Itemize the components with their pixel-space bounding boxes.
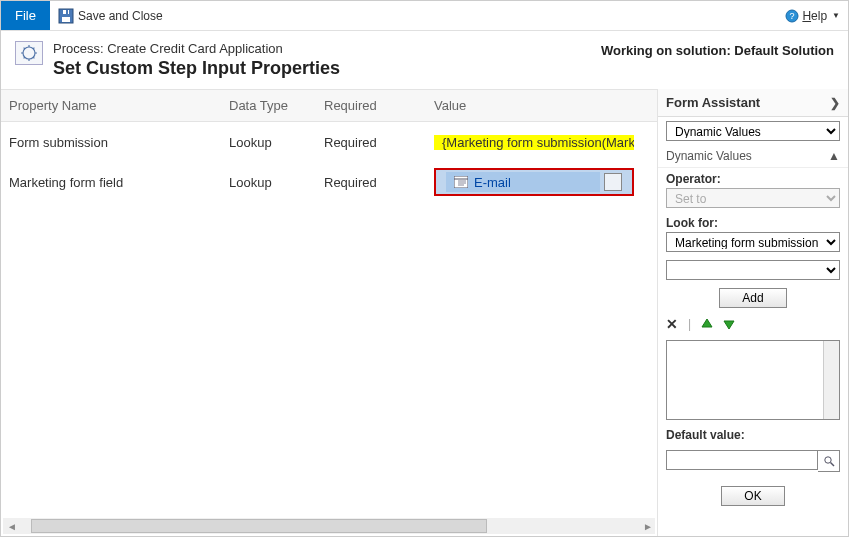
form-assistant-header[interactable]: Form Assistant ❯ <box>658 89 848 117</box>
page-title: Set Custom Step Input Properties <box>53 58 340 79</box>
svg-rect-7 <box>454 176 468 188</box>
svg-line-15 <box>830 463 834 467</box>
help-link[interactable]: ? Help ▼ <box>785 9 840 23</box>
svg-rect-1 <box>62 17 70 22</box>
col-property-name: Property Name <box>1 98 221 113</box>
scroll-right-icon[interactable]: ► <box>643 521 653 532</box>
file-tab[interactable]: File <box>1 1 50 30</box>
dynamic-values-list[interactable] <box>666 340 840 420</box>
prop-name: Form submission <box>1 135 221 150</box>
lookfor-attribute-select[interactable] <box>666 260 840 280</box>
help-dropdown-icon: ▼ <box>832 11 840 20</box>
search-icon <box>823 455 835 467</box>
process-label: Process: Create Credit Card Application <box>53 41 340 56</box>
svg-point-14 <box>824 457 830 463</box>
save-close-label: Save and Close <box>78 9 163 23</box>
operator-label: Operator: <box>666 172 840 186</box>
lookfor-entity-select[interactable]: Marketing form submission <box>666 232 840 252</box>
scroll-thumb[interactable] <box>31 519 487 533</box>
dynamic-values-section[interactable]: Dynamic Values ▲ <box>658 145 848 168</box>
default-value-lookup-button[interactable] <box>818 450 840 472</box>
vertical-scrollbar[interactable] <box>823 341 839 419</box>
chevron-right-icon: ❯ <box>830 96 840 110</box>
col-required: Required <box>316 98 426 113</box>
prop-required: Required <box>316 175 426 190</box>
lookup-link[interactable]: E-mail <box>474 175 511 190</box>
table-row: Marketing form field Lookup Required E-m… <box>1 162 657 202</box>
prop-type: Lookup <box>221 175 316 190</box>
scroll-left-icon[interactable]: ◄ <box>7 521 17 532</box>
default-value-input[interactable] <box>666 450 818 470</box>
operator-select: Set to <box>666 188 840 208</box>
table-row: Form submission Lookup Required {Marketi… <box>1 122 657 162</box>
move-down-icon[interactable] <box>723 318 735 330</box>
col-value: Value <box>426 98 657 113</box>
value-marketing-form-field[interactable]: E-mail <box>434 168 634 196</box>
prop-required: Required <box>316 135 426 150</box>
remove-icon[interactable]: ✕ <box>666 316 678 332</box>
table-header: Property Name Data Type Required Value <box>1 90 657 122</box>
section-title: Dynamic Values <box>666 149 752 163</box>
prop-name: Marketing form field <box>1 175 221 190</box>
value-form-submission[interactable]: {Marketing form submission(Mark <box>434 135 634 150</box>
svg-rect-3 <box>66 10 68 14</box>
help-label: Help <box>802 9 827 23</box>
save-close-button[interactable]: Save and Close <box>58 8 163 24</box>
divider: | <box>688 317 691 331</box>
svg-text:?: ? <box>790 11 795 21</box>
add-button[interactable]: Add <box>719 288 786 308</box>
ok-button[interactable]: OK <box>721 486 784 506</box>
col-data-type: Data Type <box>221 98 316 113</box>
lookup-search-button[interactable] <box>604 173 622 191</box>
prop-type: Lookup <box>221 135 316 150</box>
process-icon <box>15 41 43 65</box>
working-solution-label: Working on solution: Default Solution <box>601 41 834 58</box>
form-assistant-title: Form Assistant <box>666 95 760 110</box>
move-up-icon[interactable] <box>701 318 713 330</box>
lookfor-label: Look for: <box>666 216 840 230</box>
record-icon <box>454 176 468 188</box>
help-icon: ? <box>785 9 799 23</box>
horizontal-scrollbar[interactable]: ◄ ► <box>3 518 655 534</box>
chevron-up-icon: ▲ <box>828 149 840 163</box>
default-value-label: Default value: <box>666 428 840 442</box>
save-icon <box>58 8 74 24</box>
assistant-section-select[interactable]: Dynamic Values <box>666 121 840 141</box>
